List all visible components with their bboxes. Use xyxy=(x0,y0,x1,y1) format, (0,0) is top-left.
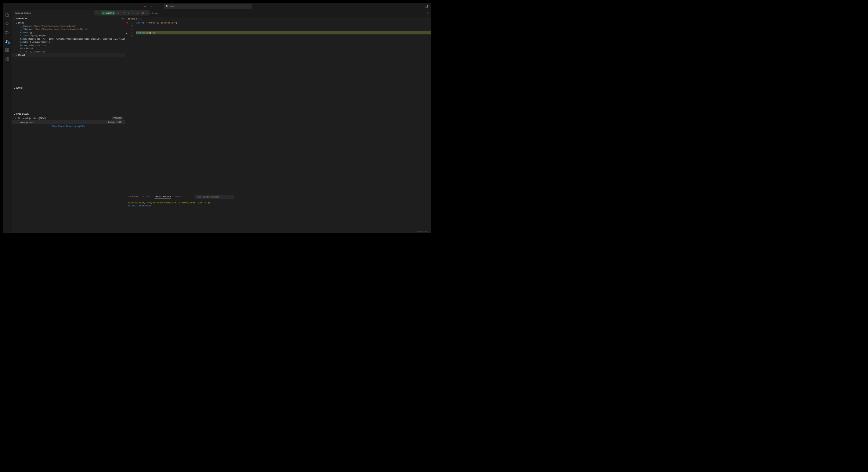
variables-body: ⌄Local __dirname: '/Users/frank/workspac… xyxy=(11,21,125,58)
debug-dropdown-icon[interactable]: ⌄ xyxy=(145,12,149,14)
callstack-body: ⌄ 🪲 Launch js: hello.js [34549] PAUSED <… xyxy=(11,116,125,128)
chevron-right-icon: › xyxy=(18,38,19,40)
stop-button[interactable]: ⊘ xyxy=(140,11,145,14)
chevron-right-icon: › xyxy=(18,47,19,50)
frame-location: hello.js 4:16 xyxy=(108,121,122,123)
titlebar: ← → 🔍 basic xyxy=(3,3,431,10)
show-more-frames[interactable]: Show 6 More: Skipped by skipFiles xyxy=(11,124,125,128)
debug-console-output[interactable]: /Users/frank/.nvm/versions/node/v20.10.0… xyxy=(125,200,432,233)
svg-point-9 xyxy=(7,59,8,60)
tab-debug-console[interactable]: DEBUG CONSOLE xyxy=(155,196,171,199)
bug-icon: 🪲 xyxy=(18,117,21,119)
editor-area: JS hello.js × {} launch.json ▷ JS hello.… xyxy=(125,10,432,233)
frame-name: <anonymous> xyxy=(20,121,34,123)
more-icon[interactable]: ⋯ xyxy=(186,196,189,199)
svg-rect-8 xyxy=(7,50,9,52)
run-file-icon[interactable]: ▷ xyxy=(427,11,429,14)
step-into-button[interactable]: ↓ xyxy=(126,11,131,14)
session-status: PAUSED xyxy=(112,117,123,120)
tab-ports[interactable]: PORTS xyxy=(176,196,182,199)
restart-button[interactable]: ↺ xyxy=(135,11,140,14)
svg-point-1 xyxy=(6,31,7,32)
debug-session[interactable]: ⌄ 🪲 Launch js: hello.js [34549] PAUSED xyxy=(11,116,125,120)
var-row[interactable]: __dirname: '/Users/frank/workspace/nodej… xyxy=(11,24,125,28)
nav-arrows: ← → xyxy=(143,4,153,8)
search-icon[interactable] xyxy=(5,21,9,26)
code-editor[interactable]: 1 2 3 ▶4 5 var v1 = ●"hello, javascript"… xyxy=(125,21,432,194)
play-icon: ▶ xyxy=(103,11,104,14)
var-row[interactable]: ⌄exports: {} xyxy=(11,31,125,34)
launch-config-selector[interactable]: ▶ Launch js xyxy=(101,11,116,14)
extensions-icon[interactable] xyxy=(5,48,9,53)
search-icon: 🔍 xyxy=(166,5,168,8)
debug-toolbar[interactable]: ⋮⋮ ▶ Launch js ▷ ↷ ↓ ↑ ↺ ⊘ ⌄ xyxy=(94,10,150,15)
debug-badge: 1 xyxy=(8,42,10,44)
var-row[interactable]: __filename: '/Users/frank/workspace/node… xyxy=(11,28,125,31)
svg-rect-5 xyxy=(5,48,7,50)
console-filter-input[interactable] xyxy=(195,195,235,199)
settings-gear-icon[interactable] xyxy=(5,57,9,61)
variables-section: ⌄ VARIABLES ⊟ ⌄Local __dirname: '/Users/… xyxy=(11,16,125,86)
callstack-section: ⌄ CALL STACK ⌄ 🪲 Launch js: hello.js [34… xyxy=(11,111,125,233)
command-center[interactable]: 🔍 basic xyxy=(164,4,252,9)
tab-problems[interactable]: PROBLEMS xyxy=(128,196,138,199)
callstack-header[interactable]: ⌄ CALL STACK xyxy=(11,112,125,116)
search-text: basic xyxy=(170,5,175,8)
chevron-down-icon: ⌄ xyxy=(13,113,15,115)
chevron-right-icon: › xyxy=(16,54,17,57)
chevron-down-icon: ⌄ xyxy=(18,31,19,34)
watch-body xyxy=(11,90,125,112)
gutter[interactable]: 1 2 3 ▶4 5 xyxy=(125,21,136,194)
svg-point-3 xyxy=(8,32,9,33)
js-file-icon: JS xyxy=(128,18,130,20)
var-row[interactable]: v1: 'hello, javascript' xyxy=(11,50,125,53)
var-row[interactable]: ›[[Prototype]]: Object xyxy=(11,34,125,37)
breadcrumb[interactable]: JS hello.js › … xyxy=(125,17,432,21)
var-row[interactable]: ›this: Object xyxy=(11,47,125,50)
chevron-down-icon: ⌄ xyxy=(16,22,17,24)
chevron-right-icon: › xyxy=(18,41,19,43)
svg-point-2 xyxy=(6,33,7,34)
tab-output[interactable]: OUTPUT xyxy=(143,196,151,199)
scope-local[interactable]: ⌄Local xyxy=(11,21,125,25)
editor-tabs: JS hello.js × {} launch.json ▷ xyxy=(125,10,432,17)
console-line: hello, javascript xyxy=(128,204,429,207)
svg-point-0 xyxy=(6,22,8,25)
activity-bar: 1 xyxy=(3,10,11,233)
drag-handle-icon[interactable]: ⋮⋮ xyxy=(95,11,101,14)
breakpoint-icon[interactable] xyxy=(127,22,128,24)
console-line: /Users/frank/.nvm/versions/node/v20.10.0… xyxy=(128,201,429,204)
explorer-icon[interactable] xyxy=(5,12,9,17)
variables-header[interactable]: ⌄ VARIABLES ⊟ xyxy=(11,16,125,21)
collapse-all-icon[interactable]: ⊟ xyxy=(122,18,124,20)
var-row[interactable]: ›require: ƒ require(path) { xyxy=(11,40,125,44)
bottom-panel: PROBLEMS OUTPUT DEBUG CONSOLE PORTS ⋯ /U… xyxy=(125,194,432,233)
layout-toggle-icon[interactable] xyxy=(425,5,428,8)
scope-global[interactable]: ›Global xyxy=(11,53,125,57)
session-label: Launch js: hello.js [34549] xyxy=(22,117,46,119)
watch-section: ⌄ WATCH xyxy=(11,86,125,111)
watermark: CSDN @sif_666 xyxy=(415,231,427,232)
chevron-down-icon: ⌄ xyxy=(13,87,15,89)
variables-label: VARIABLES xyxy=(16,18,28,20)
source-control-icon[interactable] xyxy=(5,30,9,35)
stack-frame[interactable]: <anonymous> hello.js 4:16 xyxy=(11,120,125,124)
chevron-down-icon: ⌄ xyxy=(14,117,17,119)
step-out-button[interactable]: ↑ xyxy=(131,11,135,14)
nav-forward-icon: → xyxy=(150,4,153,8)
svg-rect-6 xyxy=(7,48,9,50)
continue-button[interactable]: ▷ xyxy=(116,11,121,14)
code-lines[interactable]: var v1 = ●"hello, javascript"; console.l… xyxy=(136,21,432,194)
var-row[interactable]: ›module: Module {id: '.', path: '/Users/… xyxy=(11,37,125,40)
launch-config-label: Launch js xyxy=(105,11,114,14)
var-row[interactable]: Return value: undefined xyxy=(11,44,125,47)
watch-header[interactable]: ⌄ WATCH xyxy=(11,86,125,90)
step-over-button[interactable]: ↷ xyxy=(121,11,126,14)
sidebar: RUN AND DEBUG ⌄ VARIABLES ⊟ ⌄Local __dir… xyxy=(11,10,125,233)
run-debug-icon[interactable]: 1 xyxy=(5,39,9,44)
panel-tabs: PROBLEMS OUTPUT DEBUG CONSOLE PORTS ⋯ xyxy=(125,194,432,200)
chevron-down-icon: ⌄ xyxy=(13,18,15,20)
nav-back-icon[interactable]: ← xyxy=(143,4,147,8)
chevron-right-icon: › xyxy=(20,34,21,37)
svg-point-4 xyxy=(5,42,7,43)
